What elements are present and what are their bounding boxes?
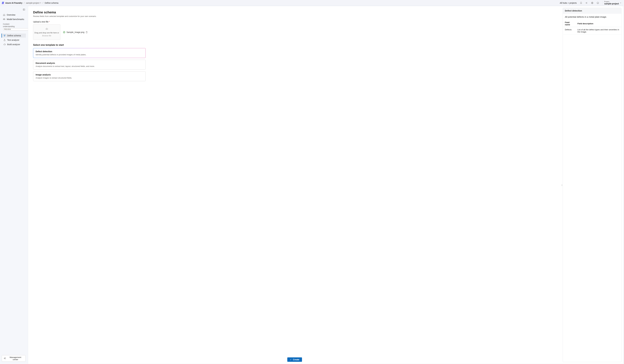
upload-cloud-icon xyxy=(45,27,48,31)
template-card[interactable]: Document analysisAnalyze documents to ex… xyxy=(33,60,146,70)
sidebar-item-label: Build analyzer xyxy=(7,43,20,46)
template-card[interactable]: Defect detectionIdentify potential defec… xyxy=(33,48,146,58)
breadcrumb-sep: / xyxy=(43,2,43,4)
home-icon xyxy=(3,14,5,16)
feedback-icon[interactable] xyxy=(596,1,600,5)
svg-point-6 xyxy=(63,31,65,33)
preview-fields-table: Field name Field description DefectsList… xyxy=(563,20,622,35)
panel-splitter[interactable]: || xyxy=(561,6,563,364)
uploaded-file-name: Sample_Image.png xyxy=(67,31,84,33)
exit-icon xyxy=(3,357,6,360)
sidebar: Overview Model benchmarks Content unders… xyxy=(0,6,28,364)
chevron-down-icon: ▾ xyxy=(620,2,621,4)
sidebar-item-test-analyzer[interactable]: Test analyzer xyxy=(1,38,26,42)
create-button[interactable]: ✓ Create xyxy=(287,357,302,362)
create-button-label: Create xyxy=(293,358,299,361)
preview-panel: Defect detection All potential defects i… xyxy=(563,8,622,362)
table-row: DefectsList of all the defect types and … xyxy=(563,27,622,35)
template-card[interactable]: Image analysisAnalyze images to extract … xyxy=(33,71,146,81)
sidebar-item-overview[interactable]: Overview xyxy=(1,13,26,17)
sidebar-item-label: Overview xyxy=(7,14,15,16)
page-subtitle: Review fields from selected template and… xyxy=(33,15,556,17)
svg-point-3 xyxy=(4,35,4,35)
all-hubs-link[interactable]: All hubs + projects xyxy=(560,2,577,4)
template-title: Image analysis xyxy=(36,74,143,76)
file-dropzone[interactable]: Drag and drop one file here or Browse fi… xyxy=(33,25,60,40)
schema-icon xyxy=(3,34,6,37)
breadcrumb-project[interactable]: sample-project ⇅ xyxy=(26,2,41,4)
svg-point-0 xyxy=(592,3,593,3)
template-description: Analyze documents to extract text, layou… xyxy=(36,65,143,67)
breadcrumb-sep: / xyxy=(24,2,25,4)
delete-file-button[interactable] xyxy=(85,31,88,33)
uploaded-file-chip: Sample_Image.png xyxy=(63,31,88,33)
preview-description: All potential defects in a metal plate i… xyxy=(563,14,621,19)
template-description: Identify potential defects in provided i… xyxy=(36,53,143,56)
success-check-icon xyxy=(63,31,65,33)
project-switcher[interactable]: Project sample-project ▾ xyxy=(602,0,622,5)
svg-point-5 xyxy=(4,36,5,36)
top-bar: Azure AI Foundry / sample-project ⇅ / De… xyxy=(0,0,624,6)
brand-name: Azure AI Foundry xyxy=(5,2,22,4)
template-description: Analyze images to extract structured fie… xyxy=(36,77,143,79)
sidebar-item-label: Model benchmarks xyxy=(7,18,24,21)
col-field-desc: Field description xyxy=(576,20,622,27)
template-title: Defect detection xyxy=(36,50,143,53)
sidebar-item-define-schema[interactable]: Define schema xyxy=(1,33,26,38)
settings-icon[interactable] xyxy=(590,1,594,5)
cell-field-desc: List of all the defect types and their s… xyxy=(576,27,622,35)
main-panel: Define schema Review fields from selecte… xyxy=(28,6,624,364)
announce-icon[interactable] xyxy=(585,1,589,5)
sidebar-item-benchmarks[interactable]: Model benchmarks xyxy=(1,17,26,21)
check-icon: ✓ xyxy=(290,358,292,361)
dropzone-text: Drag and drop one file here or xyxy=(34,32,59,34)
cloud-build-icon xyxy=(3,43,6,46)
templates-heading: Select one template to start xyxy=(33,44,556,46)
sidebar-item-build-analyzer[interactable]: Build analyzer xyxy=(1,42,26,47)
content-area: Define schema Review fields from selecte… xyxy=(28,6,561,364)
sidebar-item-label: Test analyzer xyxy=(7,39,19,41)
collapse-sidebar-button[interactable] xyxy=(22,8,26,11)
breadcrumb-current: Define schema xyxy=(45,2,58,4)
notifications-icon[interactable] xyxy=(579,1,583,5)
col-field-name: Field name xyxy=(563,20,576,27)
svg-point-4 xyxy=(5,35,5,35)
brand[interactable]: Azure AI Foundry xyxy=(2,2,22,4)
management-center-label: Management center xyxy=(7,356,24,361)
sidebar-group-content-understanding[interactable]: Content understanding PREVIEW ˄ xyxy=(0,22,27,33)
svg-point-1 xyxy=(597,2,599,4)
chevron-updown-icon: ⇅ xyxy=(40,2,41,4)
sidebar-item-label: Define schema xyxy=(7,34,21,37)
cell-field-name: Defects xyxy=(563,27,576,35)
project-switcher-value: sample-project xyxy=(604,2,619,5)
project-switcher-label: Project xyxy=(604,1,619,2)
scales-icon xyxy=(3,18,5,21)
browse-file-link[interactable]: Browse file xyxy=(42,35,51,37)
page-title: Define schema xyxy=(33,10,556,14)
brand-logo-icon xyxy=(2,2,4,4)
flask-icon xyxy=(3,39,6,41)
upload-label: Upload a test file * xyxy=(33,21,556,23)
management-center-button[interactable]: Management center xyxy=(2,355,26,362)
template-title: Document analysis xyxy=(36,62,143,64)
preview-title: Defect detection xyxy=(563,8,621,14)
